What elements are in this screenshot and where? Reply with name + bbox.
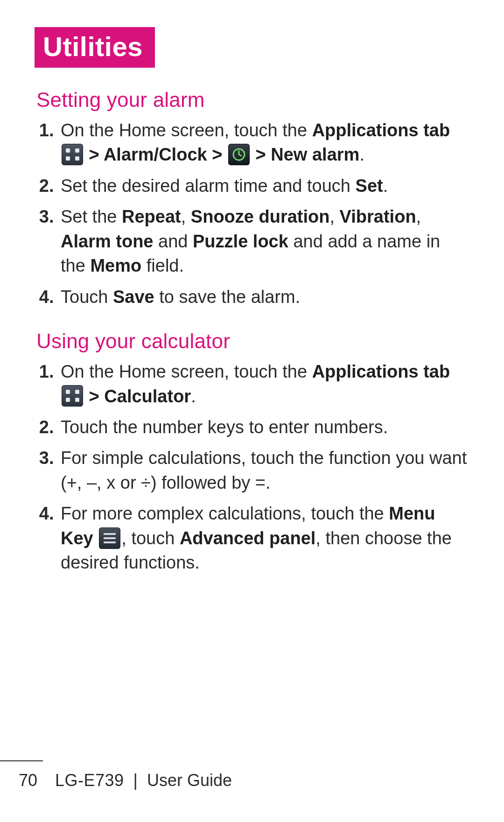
footer-rule [0, 760, 43, 761]
body-text: . [359, 145, 364, 164]
chapter-title: Utilities [43, 31, 143, 62]
body-text: Set the desired alarm time and touch [61, 176, 356, 196]
footer-separator: | [133, 771, 138, 790]
body-text: On the Home screen, touch the [61, 120, 312, 140]
body-text: , touch [121, 528, 180, 548]
body-text: For more complex calculations, touch the [61, 504, 389, 523]
bold-text: Advanced panel [180, 528, 315, 548]
body-text: and [153, 232, 193, 251]
body-text: to save the alarm. [154, 287, 301, 307]
section-heading-alarm: Setting your alarm [36, 88, 468, 112]
list-item: Set the Repeat, Snooze duration, Vibrati… [59, 204, 468, 278]
list-item: Touch Save to save the alarm. [59, 285, 468, 309]
apps-tab-icon [62, 144, 83, 165]
body-text: Touch [61, 287, 113, 307]
model-number: LG-E739 [55, 771, 124, 790]
list-item: For more complex calculations, touch the… [59, 501, 468, 575]
menu-key-icon [99, 527, 120, 549]
body-text: For simple calculations, touch the funct… [61, 448, 467, 492]
page-footer: 70 LG-E739 | User Guide [0, 771, 504, 790]
list-item: Touch the number keys to enter numbers. [59, 415, 468, 439]
bold-text: Memo [90, 256, 141, 275]
list-item: Set the desired alarm time and touch Set… [59, 174, 468, 198]
list-item: On the Home screen, touch the Applicatio… [59, 359, 468, 408]
chapter-title-banner: Utilities [35, 27, 155, 68]
alarm-clock-icon [228, 144, 250, 165]
page-number: 70 [19, 771, 37, 790]
bold-text: Save [113, 287, 154, 307]
body-text: . [383, 176, 388, 196]
bold-text: > [84, 386, 104, 406]
manual-page: Utilities Setting your alarm On the Home… [0, 0, 504, 822]
bold-text: Applications tab [312, 120, 450, 140]
bold-text: Alarm/Clock [104, 145, 207, 164]
section-heading-calculator: Using your calculator [36, 330, 468, 353]
body-text: , [181, 207, 191, 226]
calculator-steps-list: On the Home screen, touch the Applicatio… [36, 359, 468, 575]
doc-title: User Guide [147, 771, 232, 790]
bold-text: Repeat [122, 207, 181, 226]
body-text: Touch the number keys to enter numbers. [61, 417, 388, 437]
body-text: On the Home screen, touch the [61, 362, 312, 381]
bold-text: Vibration [340, 207, 416, 226]
list-item: On the Home screen, touch the Applicatio… [59, 118, 468, 167]
body-text: field. [141, 256, 184, 275]
bold-text: Calculator [104, 386, 191, 406]
alarm-steps-list: On the Home screen, touch the Applicatio… [36, 118, 468, 309]
apps-tab-icon [62, 385, 83, 407]
bold-text: Alarm tone [61, 232, 153, 251]
bold-text: > [251, 145, 271, 164]
bold-text: Applications tab [312, 362, 450, 381]
bold-text: > [207, 145, 227, 164]
bold-text: New alarm [271, 145, 359, 164]
list-item: For simple calculations, touch the funct… [59, 446, 468, 495]
bold-text: Puzzle lock [193, 232, 288, 251]
body-text: Set the [61, 207, 122, 226]
bold-text: Set [356, 176, 383, 196]
body-text: , [329, 207, 339, 226]
bold-text: > [84, 145, 104, 164]
body-text: . [191, 386, 196, 406]
body-text: , [416, 207, 421, 226]
bold-text: Snooze duration [191, 207, 330, 226]
